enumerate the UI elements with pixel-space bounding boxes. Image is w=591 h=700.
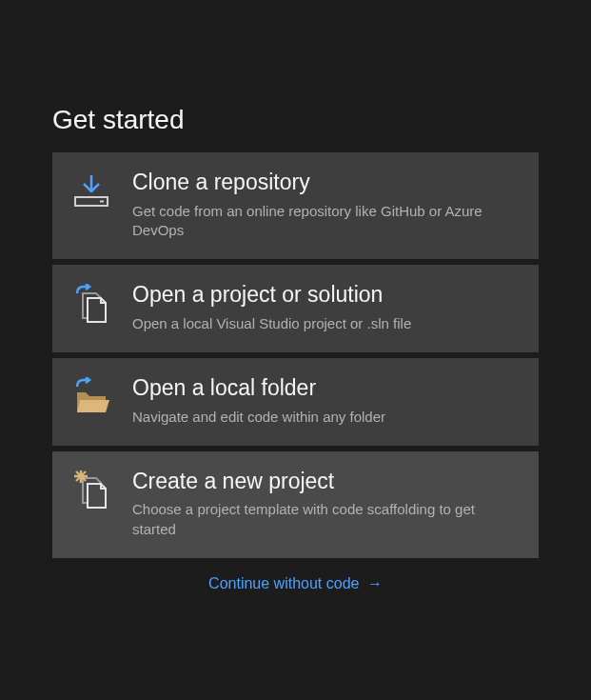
open-project-button[interactable]: Open a project or solution Open a local … bbox=[52, 265, 539, 352]
card-title: Open a local folder bbox=[132, 375, 520, 402]
page-title: Get started bbox=[52, 105, 539, 135]
arrow-right-icon: → bbox=[367, 575, 383, 592]
card-title: Create a new project bbox=[132, 469, 520, 495]
card-text: Open a local folder Navigate and edit co… bbox=[132, 375, 520, 427]
clone-repository-button[interactable]: Clone a repository Get code from an onli… bbox=[52, 152, 539, 259]
card-text: Create a new project Choose a project te… bbox=[132, 469, 520, 539]
card-title: Open a project or solution bbox=[132, 282, 520, 309]
clone-repository-icon bbox=[71, 171, 111, 211]
svg-rect-2 bbox=[100, 201, 104, 203]
card-description: Open a local Visual Studio project or .s… bbox=[132, 314, 520, 333]
card-text: Clone a repository Get code from an onli… bbox=[132, 170, 520, 240]
card-title: Clone a repository bbox=[132, 170, 520, 196]
continue-label: Continue without code bbox=[208, 575, 359, 591]
card-text: Open a project or solution Open a local … bbox=[132, 282, 520, 333]
start-options-list: Clone a repository Get code from an onli… bbox=[52, 152, 539, 558]
create-project-button[interactable]: Create a new project Choose a project te… bbox=[52, 451, 539, 558]
open-folder-button[interactable]: Open a local folder Navigate and edit co… bbox=[52, 358, 539, 446]
continue-without-code-link[interactable]: Continue without code → bbox=[52, 575, 539, 592]
create-project-icon bbox=[71, 470, 111, 510]
card-description: Choose a project template with code scaf… bbox=[132, 500, 520, 539]
open-project-icon bbox=[71, 284, 111, 324]
card-description: Navigate and edit code within any folder bbox=[132, 408, 520, 427]
card-description: Get code from an online repository like … bbox=[132, 202, 520, 241]
open-folder-icon bbox=[71, 377, 111, 417]
get-started-panel: Get started Clone a repository Get code … bbox=[0, 0, 591, 592]
